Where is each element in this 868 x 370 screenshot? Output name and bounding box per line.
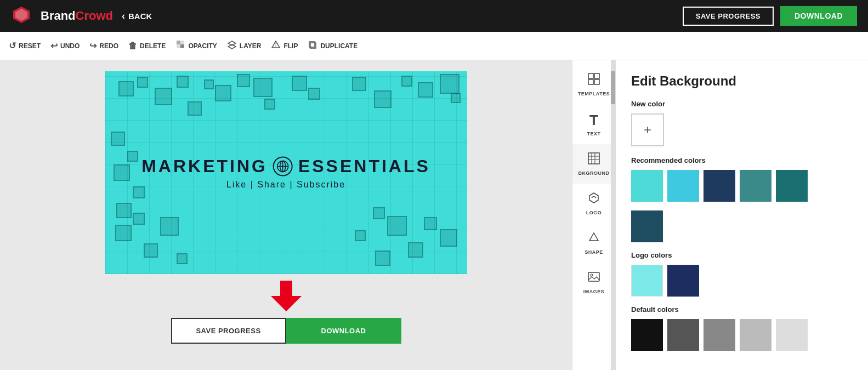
toolbar-opacity[interactable]: OPACITY bbox=[175, 39, 217, 52]
decorative-shape bbox=[115, 225, 132, 241]
toolbar: ↺ RESET ↩ UNDO ↪ REDO 🗑 DELETE OPACITY L… bbox=[0, 32, 868, 60]
sidebar-item-shape[interactable]: SHAPE bbox=[572, 223, 615, 263]
logo-colors-label: Logo colors bbox=[631, 251, 853, 259]
default-color-swatch-1[interactable] bbox=[631, 319, 663, 351]
svg-rect-26 bbox=[588, 272, 599, 281]
save-progress-button-top[interactable]: SAVE PROGRESS bbox=[683, 7, 774, 26]
default-color-swatch-3[interactable] bbox=[704, 319, 735, 351]
logo-icon bbox=[587, 191, 600, 208]
color-swatch-2[interactable] bbox=[667, 170, 699, 202]
images-label: IMAGES bbox=[583, 289, 605, 294]
logo-area: BrandCrowd ‹ BACK bbox=[11, 4, 152, 27]
delete-icon: 🗑 bbox=[128, 41, 137, 51]
bottom-actions: SAVE PROGRESS DOWNLOAD bbox=[171, 281, 401, 344]
default-color-swatch-4[interactable] bbox=[740, 319, 771, 351]
arrow-body bbox=[280, 281, 292, 296]
svg-rect-20 bbox=[588, 153, 599, 164]
decorative-shape bbox=[451, 93, 461, 103]
back-chevron-icon: ‹ bbox=[122, 10, 125, 22]
undo-icon: ↩ bbox=[50, 41, 58, 51]
logo-label: LOGO bbox=[586, 210, 602, 215]
decorative-shape bbox=[424, 217, 437, 230]
nav-actions: SAVE PROGRESS DOWNLOAD bbox=[683, 6, 857, 26]
templates-label: TEMPLATES bbox=[578, 91, 610, 96]
default-colors-label: Default colors bbox=[631, 305, 853, 314]
logo-colors-row bbox=[631, 265, 853, 297]
decorative-shape bbox=[188, 101, 202, 116]
decorative-shape bbox=[215, 85, 231, 101]
recommended-colors-row bbox=[631, 170, 853, 202]
color-swatch-3[interactable] bbox=[704, 170, 735, 202]
decorative-shape bbox=[133, 213, 145, 225]
color-swatch-4[interactable] bbox=[740, 170, 771, 202]
decorative-shape bbox=[155, 88, 172, 105]
download-arrow bbox=[271, 281, 302, 311]
sidebar-item-logo[interactable]: LOGO bbox=[572, 184, 615, 223]
svg-rect-19 bbox=[594, 79, 599, 84]
background-label: BKGROUND bbox=[578, 170, 610, 176]
decorative-shape bbox=[111, 132, 125, 146]
edit-panel-title: Edit Background bbox=[631, 73, 853, 89]
bottom-buttons: SAVE PROGRESS DOWNLOAD bbox=[171, 318, 401, 344]
color-swatch-5[interactable] bbox=[776, 170, 808, 202]
decorative-shape bbox=[237, 74, 250, 87]
toolbar-undo[interactable]: ↩ UNDO bbox=[50, 41, 80, 51]
decorative-shape bbox=[127, 151, 138, 162]
toolbar-delete[interactable]: 🗑 DELETE bbox=[128, 41, 166, 51]
default-color-swatch-5[interactable] bbox=[776, 319, 808, 351]
toolbar-redo[interactable]: ↪ REDO bbox=[89, 41, 118, 51]
svg-rect-18 bbox=[588, 79, 593, 84]
svg-rect-5 bbox=[180, 44, 184, 48]
default-color-swatch-2[interactable] bbox=[667, 319, 699, 351]
undo-label: UNDO bbox=[60, 42, 80, 50]
decorative-shape bbox=[177, 76, 189, 88]
new-color-button[interactable]: + bbox=[631, 113, 664, 146]
toolbar-layer[interactable]: LAYER bbox=[227, 40, 262, 52]
new-color-section-label: New color bbox=[631, 100, 853, 108]
redo-icon: ↪ bbox=[89, 41, 97, 51]
recommended-colors-row-2 bbox=[631, 210, 853, 242]
svg-rect-17 bbox=[594, 73, 599, 78]
reset-icon: ↺ bbox=[9, 41, 16, 51]
layer-icon bbox=[227, 40, 237, 52]
download-button-top[interactable]: DOWNLOAD bbox=[780, 6, 857, 26]
canvas-logo-symbol bbox=[273, 156, 293, 176]
download-button-bottom[interactable]: DOWNLOAD bbox=[286, 318, 401, 344]
sidebar-item-images[interactable]: IMAGES bbox=[572, 263, 615, 302]
svg-marker-25 bbox=[589, 233, 598, 241]
top-navigation: BrandCrowd ‹ BACK SAVE PROGRESS DOWNLOAD bbox=[0, 0, 868, 32]
logo-color-swatch-2[interactable] bbox=[667, 265, 699, 297]
decorative-shape bbox=[401, 76, 412, 87]
canvas[interactable]: MARKETING ESSENTIALS Like | Share | Subs… bbox=[105, 71, 467, 274]
toolbar-flip[interactable]: FLIP bbox=[271, 40, 298, 52]
svg-rect-3 bbox=[180, 41, 184, 44]
back-button[interactable]: ‹ BACK bbox=[122, 10, 152, 22]
decorative-shape bbox=[160, 217, 179, 236]
sidebar-item-text[interactable]: T TEXT bbox=[572, 104, 615, 144]
sidebar-icons: TEMPLATES T TEXT BKGROUND LOGO SHAPE bbox=[572, 60, 616, 370]
decorative-shape bbox=[387, 216, 407, 236]
layer-label: LAYER bbox=[240, 42, 262, 50]
arrow-head bbox=[271, 296, 302, 311]
sidebar-scrollbar-thumb bbox=[611, 71, 615, 104]
toolbar-reset[interactable]: ↺ RESET bbox=[9, 41, 41, 51]
decorative-shape bbox=[440, 229, 457, 247]
save-progress-button-bottom[interactable]: SAVE PROGRESS bbox=[171, 318, 286, 344]
color-swatch-1[interactable] bbox=[631, 170, 663, 202]
sidebar-scrollbar[interactable] bbox=[611, 60, 615, 370]
color-swatch-6[interactable] bbox=[631, 210, 663, 242]
sidebar-item-background[interactable]: BKGROUND bbox=[572, 144, 615, 184]
logo bbox=[11, 4, 32, 27]
text-icon: T bbox=[589, 112, 598, 129]
svg-rect-16 bbox=[588, 73, 593, 78]
decorative-shape bbox=[352, 77, 366, 91]
redo-label: REDO bbox=[99, 42, 118, 50]
canvas-title: MARKETING ESSENTIALS bbox=[141, 156, 430, 177]
toolbar-duplicate[interactable]: DUPLICATE bbox=[308, 40, 358, 52]
decorative-shape bbox=[418, 82, 433, 98]
svg-rect-4 bbox=[177, 44, 180, 48]
sidebar-item-templates[interactable]: TEMPLATES bbox=[572, 65, 615, 104]
decorative-shape bbox=[114, 164, 130, 181]
decorative-shape bbox=[144, 243, 158, 258]
logo-color-swatch-1[interactable] bbox=[631, 265, 663, 297]
